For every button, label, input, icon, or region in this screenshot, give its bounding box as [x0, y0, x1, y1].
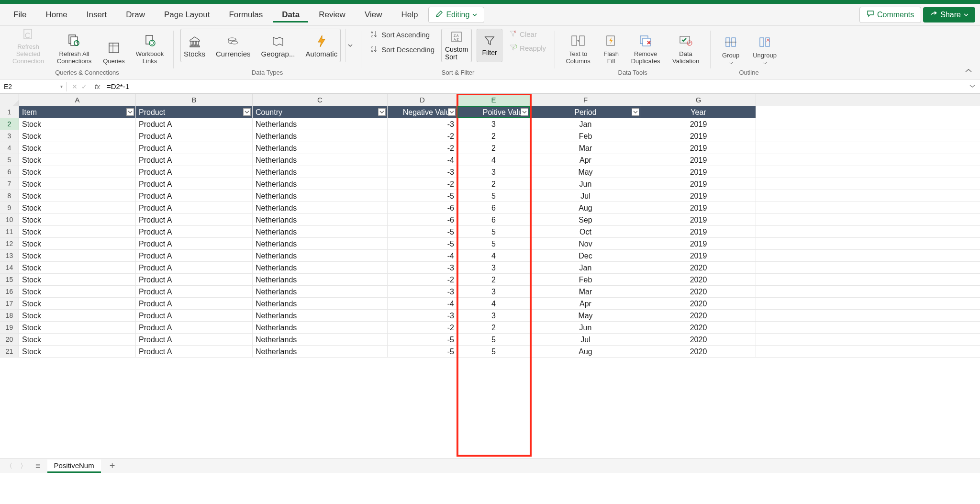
cell[interactable]: Stock [19, 310, 136, 321]
row-header-11[interactable]: 11 [0, 226, 19, 237]
row-header-9[interactable]: 9 [0, 202, 19, 213]
remove-duplicates-button[interactable]: Remove Duplicates [628, 29, 663, 66]
cell[interactable]: Netherlands [253, 298, 388, 309]
menu-page-layout[interactable]: Page Layout [156, 7, 218, 22]
select-all-corner[interactable] [0, 94, 19, 106]
cell[interactable]: Netherlands [253, 142, 388, 154]
cell[interactable]: Netherlands [253, 202, 388, 213]
cell[interactable]: Netherlands [253, 310, 388, 321]
cell[interactable]: -3 [388, 310, 457, 321]
filter-dropdown-icon[interactable] [378, 108, 386, 116]
cell[interactable]: Netherlands [253, 262, 388, 273]
menu-review[interactable]: Review [310, 7, 354, 22]
queries-button[interactable]: Queries [100, 29, 128, 66]
text-to-columns-button[interactable]: Text to Columns [562, 29, 594, 66]
cell[interactable]: 5 [457, 346, 530, 357]
header-negative[interactable]: Negative Value [388, 106, 457, 118]
cell[interactable]: Netherlands [253, 286, 388, 297]
cell[interactable]: Mar [530, 286, 641, 297]
sheet-tab-active[interactable]: PositiveNum [47, 459, 101, 473]
col-header-B[interactable]: B [136, 94, 253, 106]
row-header-21[interactable]: 21 [0, 346, 19, 357]
cell[interactable]: Apr [530, 298, 641, 309]
row-header-17[interactable]: 17 [0, 298, 19, 309]
flash-fill-button[interactable]: Flash Fill [599, 29, 623, 66]
cell[interactable]: 5 [457, 226, 530, 237]
col-header-E[interactable]: E [457, 94, 530, 106]
cell[interactable]: 2019 [641, 166, 756, 178]
row-header-2[interactable]: 2 [0, 118, 19, 130]
comments-button[interactable]: Comments [859, 7, 921, 23]
filter-dropdown-icon[interactable] [521, 108, 528, 116]
filter-dropdown-icon[interactable] [243, 108, 251, 116]
cell[interactable]: Product A [136, 322, 253, 333]
cell[interactable]: 2019 [641, 202, 756, 213]
col-header-A[interactable]: A [19, 94, 136, 106]
cell[interactable]: Dec [530, 250, 641, 261]
cell[interactable]: Product A [136, 310, 253, 321]
sort-ascending-button[interactable]: AZSort Ascending [368, 29, 436, 41]
cell[interactable]: Product A [136, 130, 253, 142]
cell[interactable]: 2 [457, 142, 530, 154]
cell[interactable]: Product A [136, 214, 253, 225]
row-header-14[interactable]: 14 [0, 262, 19, 273]
row-header-18[interactable]: 18 [0, 310, 19, 321]
menu-help[interactable]: Help [392, 7, 426, 22]
fx-icon[interactable]: fx [92, 83, 103, 90]
row-header-10[interactable]: 10 [0, 214, 19, 225]
header-period[interactable]: Period [530, 106, 641, 118]
data-validation-button[interactable]: Data Validation [668, 29, 703, 66]
cell[interactable]: Stock [19, 154, 136, 166]
cell[interactable]: Stock [19, 118, 136, 130]
refresh-all-button[interactable]: Refresh All Connections [54, 29, 95, 66]
cell[interactable]: Oct [530, 226, 641, 237]
menu-draw[interactable]: Draw [117, 7, 154, 22]
cell[interactable]: Netherlands [253, 322, 388, 333]
header-product[interactable]: Product [136, 106, 253, 118]
cell[interactable]: Stock [19, 298, 136, 309]
cell[interactable]: Stock [19, 334, 136, 345]
cell[interactable]: Jul [530, 190, 641, 202]
group-button[interactable]: Group [717, 29, 744, 66]
custom-sort-button[interactable]: Z AA ZCustom Sort [441, 29, 472, 62]
accept-formula-icon[interactable]: ✓ [81, 83, 87, 90]
workbook-links-button[interactable]: Workbook Links [133, 29, 167, 66]
cell[interactable]: 2019 [641, 154, 756, 166]
cell[interactable]: 2019 [641, 214, 756, 225]
spreadsheet-grid[interactable]: A B C D E F G 1 Item Product Country Neg… [0, 94, 980, 459]
cell[interactable]: Stock [19, 178, 136, 190]
cell[interactable]: May [530, 166, 641, 178]
cell[interactable]: 2 [457, 274, 530, 285]
cell[interactable]: Netherlands [253, 118, 388, 130]
ungroup-button[interactable]: Ungroup [749, 29, 780, 66]
cell[interactable]: Mar [530, 142, 641, 154]
data-types-gallery[interactable]: Stocks Currencies Geograp... Automatic [180, 29, 341, 62]
menu-file[interactable]: File [5, 7, 35, 22]
cell[interactable]: Stock [19, 202, 136, 213]
filter-dropdown-icon[interactable] [632, 108, 639, 116]
menu-home[interactable]: Home [37, 7, 76, 22]
cell[interactable]: 3 [457, 286, 530, 297]
cell[interactable]: -3 [388, 166, 457, 178]
col-header-D[interactable]: D [388, 94, 457, 106]
cell[interactable]: 2020 [641, 286, 756, 297]
cell[interactable]: Aug [530, 346, 641, 357]
cell[interactable]: 2019 [641, 238, 756, 249]
cell[interactable]: Netherlands [253, 130, 388, 142]
cell[interactable]: 2 [457, 178, 530, 190]
cell[interactable]: -3 [388, 118, 457, 130]
cell[interactable]: Stock [19, 322, 136, 333]
cell[interactable]: Stock [19, 130, 136, 142]
cell[interactable]: Stock [19, 190, 136, 202]
cell[interactable]: Jul [530, 334, 641, 345]
cell[interactable]: -5 [388, 238, 457, 249]
cell[interactable]: 2020 [641, 310, 756, 321]
filter-dropdown-icon[interactable] [126, 108, 134, 116]
cell[interactable]: Jan [530, 118, 641, 130]
cell[interactable]: Netherlands [253, 274, 388, 285]
filter-button[interactable]: Filter [477, 29, 502, 62]
share-button[interactable]: Share [923, 7, 975, 22]
cell[interactable]: 4 [457, 298, 530, 309]
header-country[interactable]: Country [253, 106, 388, 118]
cell[interactable]: Apr [530, 154, 641, 166]
